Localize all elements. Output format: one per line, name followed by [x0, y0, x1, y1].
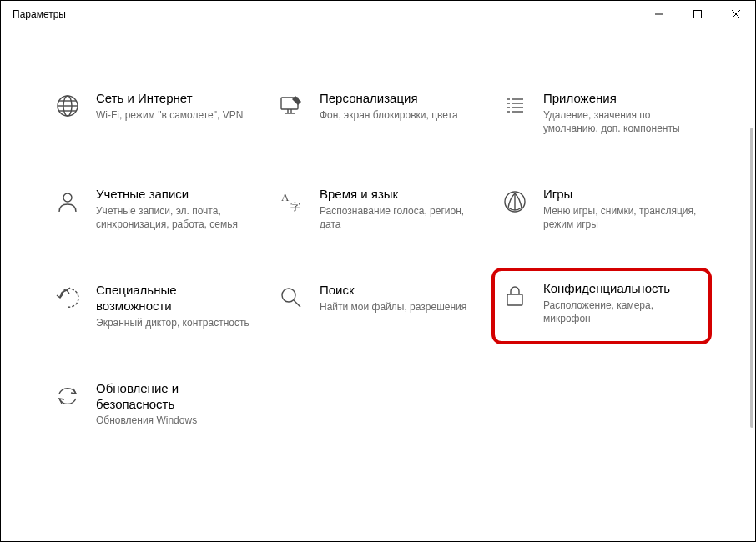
- svg-point-21: [63, 193, 72, 202]
- tile-desc: Расположение, камера, микрофон: [543, 299, 702, 325]
- tile-text: Специальные возможности Экранный диктор,…: [96, 283, 255, 329]
- tile-desc: Фон, экран блокировки, цвета: [320, 108, 478, 122]
- svg-rect-1: [694, 11, 702, 18]
- scrollbar[interactable]: [750, 128, 753, 428]
- tile-text: Время и язык Распознавание голоса, регио…: [320, 187, 478, 231]
- tile-privacy[interactable]: Конфиденциальность Расположение, камера,…: [491, 268, 712, 344]
- maximize-button[interactable]: [678, 1, 717, 28]
- tile-update[interactable]: Обновление и безопасность Обновления Win…: [51, 376, 258, 433]
- tile-accounts[interactable]: Учетные записи Учетные записи, эл. почта…: [51, 182, 258, 236]
- tile-title: Учетные записи: [96, 187, 255, 203]
- close-button[interactable]: [717, 1, 755, 28]
- tile-title: Сеть и Интернет: [96, 91, 255, 107]
- svg-line-27: [294, 300, 300, 307]
- svg-text:字: 字: [290, 201, 300, 213]
- tile-desc: Wi-Fi, режим "в самолете", VPN: [96, 108, 255, 122]
- accounts-icon: [54, 188, 81, 215]
- tile-text: Сеть и Интернет Wi-Fi, режим "в самолете…: [96, 91, 255, 122]
- svg-point-26: [282, 289, 295, 302]
- tile-desc: Распознавание голоса, регион, дата: [320, 204, 478, 231]
- tile-time-language[interactable]: A字 Время и язык Распознавание голоса, ре…: [275, 182, 481, 236]
- tile-desc: Обновления Windows: [96, 414, 255, 427]
- tile-accessibility[interactable]: Специальные возможности Экранный диктор,…: [51, 278, 258, 334]
- tile-network[interactable]: Сеть и Интернет Wi-Fi, режим "в самолете…: [51, 86, 258, 140]
- settings-grid: Сеть и Интернет Wi-Fi, режим "в самолете…: [51, 86, 705, 433]
- personalization-icon: [278, 93, 305, 119]
- svg-rect-28: [507, 294, 522, 305]
- tile-desc: Найти мои файлы, разрешения: [320, 300, 478, 314]
- titlebar-controls: [640, 1, 755, 28]
- tile-gaming[interactable]: Игры Меню игры, снимки, трансляция, режи…: [498, 182, 705, 236]
- close-icon: [732, 10, 740, 18]
- privacy-icon: [501, 283, 528, 309]
- tile-desc: Меню игры, снимки, трансляция, режим игр…: [543, 204, 702, 231]
- time-language-icon: A字: [278, 188, 305, 215]
- tile-title: Персонализация: [320, 91, 478, 107]
- window-title: Параметры: [13, 8, 66, 20]
- accessibility-icon: [54, 284, 81, 311]
- tile-search[interactable]: Поиск Найти мои файлы, разрешения: [275, 278, 481, 334]
- tile-personalization[interactable]: Персонализация Фон, экран блокировки, цв…: [275, 86, 481, 140]
- content-area: Сеть и Интернет Wi-Fi, режим "в самолете…: [1, 28, 755, 541]
- tile-title: Игры: [543, 187, 702, 203]
- apps-icon: [501, 93, 528, 119]
- minimize-button[interactable]: [640, 1, 678, 28]
- tile-title: Специальные возможности: [96, 283, 255, 314]
- tile-text: Персонализация Фон, экран блокировки, цв…: [320, 91, 478, 122]
- tile-text: Конфиденциальность Расположение, камера,…: [543, 281, 702, 325]
- tile-desc: Учетные записи, эл. почта, синхронизация…: [96, 204, 255, 231]
- titlebar: Параметры: [1, 1, 755, 28]
- gaming-icon: [501, 188, 528, 215]
- tile-text: Учетные записи Учетные записи, эл. почта…: [96, 187, 255, 231]
- maximize-icon: [693, 10, 702, 18]
- tile-desc: Экранный диктор, контрастность: [96, 316, 255, 329]
- tile-desc: Удаление, значения по умолчанию, доп. ко…: [543, 108, 702, 135]
- tile-text: Поиск Найти мои файлы, разрешения: [320, 283, 478, 314]
- tile-title: Время и язык: [320, 187, 478, 203]
- tile-text: Игры Меню игры, снимки, трансляция, режи…: [543, 187, 702, 231]
- tile-text: Обновление и безопасность Обновления Win…: [96, 381, 255, 428]
- tile-title: Приложения: [543, 91, 702, 107]
- tile-title: Обновление и безопасность: [96, 381, 255, 413]
- update-icon: [54, 383, 81, 409]
- globe-icon: [54, 93, 81, 119]
- tile-apps[interactable]: Приложения Удаление, значения по умолчан…: [498, 86, 705, 140]
- tile-text: Приложения Удаление, значения по умолчан…: [543, 91, 702, 135]
- minimize-icon: [655, 10, 663, 18]
- svg-text:A: A: [281, 191, 290, 203]
- search-icon: [278, 284, 305, 311]
- tile-title: Поиск: [320, 283, 478, 299]
- tile-title: Конфиденциальность: [543, 281, 702, 297]
- settings-window: Параметры Сеть и Интернет Wi-Fi, режим "…: [1, 1, 755, 541]
